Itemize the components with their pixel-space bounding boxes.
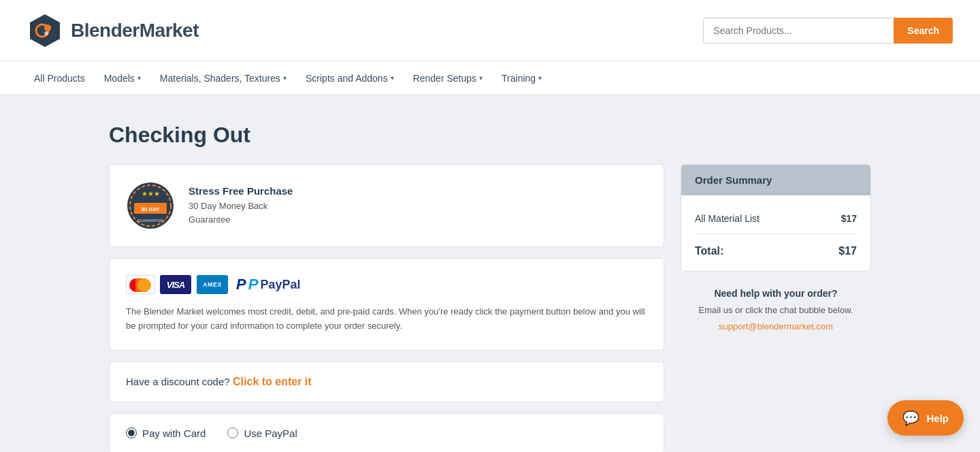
help-description: Email us or click the chat bubble below. — [699, 305, 853, 315]
left-column: ★★★ 30 DAY GUARANTEE Stress Free Purchas… — [109, 164, 664, 452]
svg-point-2 — [44, 25, 51, 31]
logo-area: BlenderMarket — [27, 13, 199, 48]
order-divider — [695, 233, 857, 234]
content-layout: ★★★ 30 DAY GUARANTEE Stress Free Purchas… — [109, 164, 871, 452]
search-area: Search — [703, 18, 953, 44]
mastercard-icon — [126, 275, 154, 294]
payment-info-card: VISA AMEX PP PayPal The Blender Market w… — [109, 258, 664, 351]
main-content: Checking Out ★★★ 30 DAY GUARANTEE — [95, 95, 885, 452]
svg-text:★★★: ★★★ — [142, 190, 160, 197]
logo-text: BlenderMarket — [71, 20, 199, 42]
svg-text:GUARANTEE: GUARANTEE — [137, 219, 163, 223]
logo-icon — [27, 13, 63, 48]
nav-materials[interactable]: Materials, Shaders, Textures ▾ — [153, 61, 293, 95]
discount-card: Have a discount code? Click to enter it — [109, 361, 664, 402]
nav-scripts[interactable]: Scripts and Addons ▾ — [299, 61, 401, 95]
help-email-link[interactable]: support@blendermarket.com — [719, 321, 833, 332]
nav-models[interactable]: Models ▾ — [97, 61, 148, 95]
chevron-down-icon: ▾ — [538, 74, 542, 82]
chevron-down-icon: ▾ — [137, 74, 141, 82]
stress-free-subtitle: 30 Day Money Back Guarantee — [189, 199, 293, 226]
help-title: Need help with your order? — [714, 288, 837, 299]
pay-with-card-option[interactable]: Pay with Card — [126, 427, 206, 439]
help-section: Need help with your order? Email us or c… — [681, 285, 871, 334]
order-total-row: Total: $17 — [695, 237, 857, 260]
site-header: BlenderMarket Search — [0, 0, 980, 61]
payment-icons: VISA AMEX PP PayPal — [126, 275, 647, 294]
chevron-down-icon: ▾ — [479, 74, 483, 82]
order-item-row: All Material List $17 — [695, 206, 857, 231]
payment-method-card: Pay with Card Use PayPal — [109, 413, 664, 452]
use-paypal-option[interactable]: Use PayPal — [227, 427, 297, 439]
stress-free-title: Stress Free Purchase — [189, 185, 293, 197]
order-summary-card: Order Summary All Material List $17 Tota… — [681, 164, 871, 272]
guarantee-badge-icon: ★★★ 30 DAY GUARANTEE — [126, 181, 175, 230]
chat-icon: 💬 — [902, 410, 919, 426]
order-total-amount: $17 — [838, 245, 857, 257]
search-button[interactable]: Search — [894, 18, 953, 44]
order-summary-header: Order Summary — [681, 165, 870, 195]
svg-text:30 DAY: 30 DAY — [141, 206, 160, 212]
order-item-label: All Material List — [695, 213, 760, 224]
use-paypal-radio[interactable] — [227, 427, 238, 438]
chevron-down-icon: ▾ — [391, 74, 394, 82]
right-column: Order Summary All Material List $17 Tota… — [681, 164, 871, 334]
help-chat-button[interactable]: 💬 Help — [887, 400, 964, 436]
stress-free-text: Stress Free Purchase 30 Day Money Back G… — [189, 185, 293, 226]
page-title: Checking Out — [109, 123, 871, 148]
stress-free-card: ★★★ 30 DAY GUARANTEE Stress Free Purchas… — [109, 164, 664, 247]
discount-text: Have a discount code? — [126, 376, 230, 387]
visa-icon: VISA — [160, 275, 191, 294]
payment-description: The Blender Market welcomes most credit,… — [126, 305, 647, 334]
main-nav: All Products Models ▾ Materials, Shaders… — [0, 61, 980, 95]
chevron-down-icon: ▾ — [283, 74, 287, 82]
order-summary-body: All Material List $17 Total: $17 — [681, 195, 870, 271]
paypal-icon: PP PayPal — [233, 276, 303, 293]
nav-render[interactable]: Render Setups ▾ — [406, 61, 489, 95]
nav-training[interactable]: Training ▾ — [495, 61, 549, 95]
pay-with-card-radio[interactable] — [126, 427, 137, 438]
amex-icon: AMEX — [197, 275, 228, 294]
search-input[interactable] — [703, 18, 894, 44]
order-total-label: Total: — [695, 245, 723, 257]
svg-point-3 — [44, 31, 48, 35]
help-chat-label: Help — [926, 413, 949, 424]
order-item-amount: $17 — [841, 213, 857, 224]
discount-link[interactable]: Click to enter it — [233, 376, 312, 387]
nav-all-products[interactable]: All Products — [27, 61, 92, 95]
svg-marker-0 — [30, 14, 60, 47]
